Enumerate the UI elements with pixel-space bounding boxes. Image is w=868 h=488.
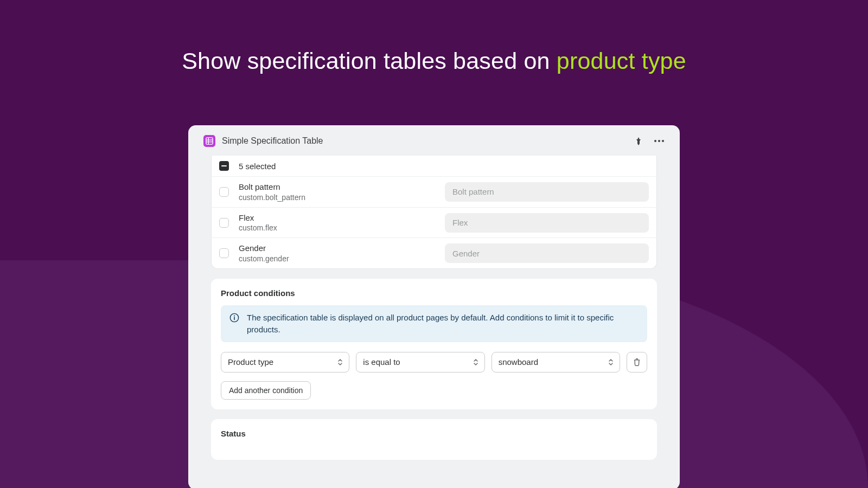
svg-point-5 bbox=[658, 140, 660, 142]
table-row: Bolt pattern custom.bolt_pattern bbox=[212, 177, 656, 208]
condition-row: Product type is equal to snowboard bbox=[221, 352, 647, 373]
trash-icon bbox=[633, 358, 641, 367]
condition-operator-value: is equal to bbox=[363, 357, 400, 367]
row-key: custom.flex bbox=[239, 223, 445, 233]
svg-point-4 bbox=[654, 140, 656, 142]
selection-count-label: 5 selected bbox=[239, 162, 276, 171]
add-condition-button[interactable]: Add another condition bbox=[221, 381, 311, 400]
info-banner: The specification table is displayed on … bbox=[221, 305, 647, 342]
row-name: Flex bbox=[239, 213, 445, 223]
selection-summary-row: 5 selected bbox=[212, 156, 656, 177]
condition-operator-select[interactable]: is equal to bbox=[356, 352, 484, 373]
table-row: Flex custom.flex bbox=[212, 208, 656, 239]
card-title: Simple Specification Table bbox=[222, 136, 633, 146]
condition-field-value: Product type bbox=[228, 357, 273, 367]
info-icon bbox=[229, 313, 239, 323]
row-name: Bolt pattern bbox=[239, 182, 445, 192]
svg-point-6 bbox=[662, 140, 664, 142]
card-header: Simple Specification Table bbox=[188, 125, 680, 156]
app-table-icon bbox=[203, 135, 215, 147]
page-headline: Show specification tables based on produ… bbox=[0, 0, 868, 74]
chevron-updown-icon bbox=[608, 358, 614, 367]
row-key: custom.bolt_pattern bbox=[239, 192, 445, 202]
add-condition-label: Add another condition bbox=[229, 386, 303, 395]
svg-rect-0 bbox=[206, 138, 213, 144]
chevron-updown-icon bbox=[337, 358, 343, 367]
row-checkbox[interactable] bbox=[219, 248, 229, 258]
row-label-input[interactable] bbox=[445, 182, 649, 202]
row-label-input[interactable] bbox=[445, 213, 649, 233]
headline-accent: product type bbox=[557, 48, 686, 74]
app-card: Simple Specification Table 5 selected Bo… bbox=[188, 125, 680, 488]
conditions-title: Product conditions bbox=[221, 288, 647, 298]
row-checkbox[interactable] bbox=[219, 218, 229, 228]
headline-prefix: Show specification tables based on bbox=[182, 48, 557, 74]
select-all-checkbox[interactable] bbox=[219, 161, 229, 171]
chevron-updown-icon bbox=[473, 358, 479, 367]
conditions-panel: Product conditions The specification tab… bbox=[211, 279, 657, 409]
condition-value: snowboard bbox=[499, 357, 538, 367]
more-button[interactable] bbox=[654, 136, 665, 146]
svg-point-9 bbox=[234, 315, 235, 316]
row-label-input[interactable] bbox=[445, 243, 649, 263]
condition-value-select[interactable]: snowboard bbox=[492, 352, 620, 373]
spec-list-panel: 5 selected Bolt pattern custom.bolt_patt… bbox=[211, 156, 657, 269]
pin-button[interactable] bbox=[633, 136, 644, 146]
row-name: Gender bbox=[239, 243, 445, 254]
status-panel: Status bbox=[211, 419, 657, 460]
condition-field-select[interactable]: Product type bbox=[221, 352, 349, 373]
status-title: Status bbox=[221, 429, 647, 438]
delete-condition-button[interactable] bbox=[627, 352, 647, 373]
table-row: Gender custom.gender bbox=[212, 238, 656, 268]
row-checkbox[interactable] bbox=[219, 187, 229, 197]
info-text: The specification table is displayed on … bbox=[247, 312, 639, 336]
row-key: custom.gender bbox=[239, 254, 445, 264]
